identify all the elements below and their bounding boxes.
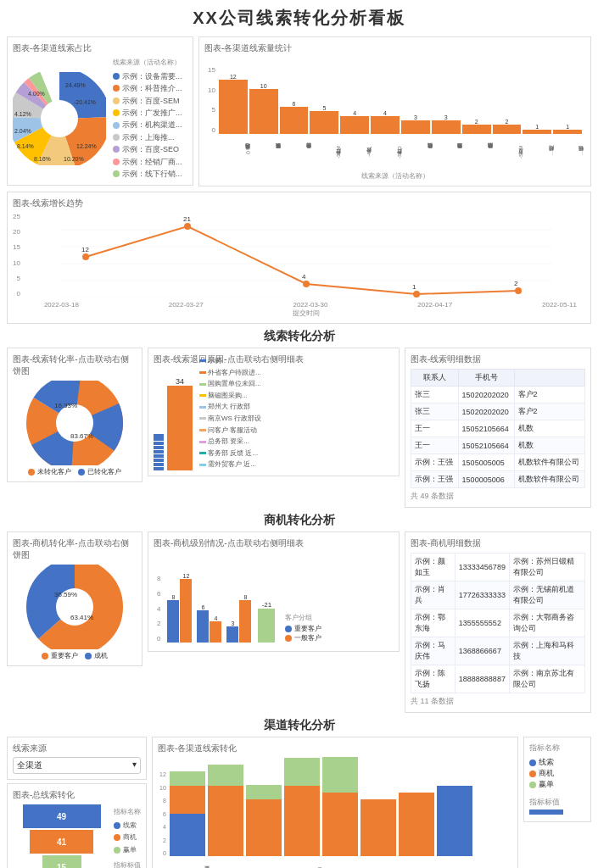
- merchant-pie-panel: 图表-商机转化率-点击联动右侧饼图 36.59% 63.41% 重要客户 成机: [7, 531, 143, 666]
- table-row: 示例：王强 1500005006 机数软件有限公司: [411, 471, 585, 488]
- svg-text:2.04%: 2.04%: [14, 128, 31, 134]
- channel-bar-item: [246, 785, 282, 856]
- reason-legend: 示例： 外省客户待跟进... 国购置单位未回... 脑磁图采购... 郑州大 行…: [199, 355, 261, 470]
- table-row: 示例：肖兵 17726333333 示例：无锡前机道有限公司: [411, 581, 585, 609]
- page-title: XX公司线索转化分析看板: [7, 7, 591, 30]
- svg-text:24.49%: 24.49%: [65, 82, 86, 88]
- table-row: 示例：陈飞扬 18888888887 示例：南京苏北有限公司: [411, 665, 585, 693]
- leads-table-footer: 共 49 条数据: [411, 491, 585, 502]
- pie-title: 图表-各渠道线索占比: [13, 42, 187, 54]
- table-row: 王一 15052105664 机数: [411, 420, 585, 437]
- channel-bar-item: [208, 765, 243, 856]
- table-row: 示例：王强 1505005005 机数软件有限公司: [411, 454, 585, 471]
- channel-bar-item: [170, 771, 205, 856]
- svg-text:12.24%: 12.24%: [76, 143, 97, 149]
- chevron-down-icon: ▾: [132, 760, 137, 771]
- table-row: 示例：颜如玉 13333456789 示例：苏州日锻精有限公司: [411, 554, 585, 581]
- pie-chart: 4.00% 24.49% 4.12% 2.04% 8.14% 8.16% 10.…: [13, 72, 106, 165]
- funnel-title: 图表-总线索转化: [13, 789, 141, 801]
- trend-panel: 图表-线索增长趋势 25 20 15 10 5 0: [7, 192, 591, 324]
- svg-text:12: 12: [81, 246, 89, 253]
- trend-title: 图表-线索增长趋势: [13, 198, 585, 209]
- svg-text:1: 1: [412, 283, 416, 291]
- conversion-section-title: 线索转化分析: [7, 329, 591, 344]
- source-dropdown-label: 全渠道: [17, 760, 42, 771]
- merchant-section-title: 商机转化分析: [7, 513, 591, 528]
- merchant-pie-chart: 36.59% 63.41%: [24, 565, 126, 649]
- svg-text:-20.41%: -20.41%: [74, 99, 96, 105]
- page-container: XX公司线索转化分析看板 图表-各渠道线索占比: [0, 0, 598, 868]
- trend-chart: 12 21 4 1 2: [27, 213, 585, 298]
- merchant-pie-title: 图表-商机转化率-点击联动右侧饼图: [13, 537, 137, 561]
- channel-bar-panel: 图表-各渠道线索转化 12 10 8 6 4 2 0: [152, 737, 518, 868]
- table-row: 示例：鄂东海 1355555552 示例：大鄂商务咨询公司: [411, 609, 585, 637]
- merchant-status-legend: 客户分组 重要客户 一般客户: [285, 613, 321, 643]
- svg-text:63.41%: 63.41%: [70, 614, 93, 621]
- svg-point-25: [82, 253, 89, 260]
- bar-item: 1: [553, 124, 582, 134]
- bar-item: 3: [432, 114, 461, 134]
- bar-item: 12: [219, 74, 248, 134]
- merchant-table-title: 图表-商机明细数据: [411, 537, 585, 549]
- svg-text:8.16%: 8.16%: [34, 156, 51, 162]
- channel-bar-item: [399, 793, 434, 856]
- svg-text:4: 4: [302, 273, 306, 281]
- bar-item: 10: [249, 83, 278, 134]
- channel-bar-item: [284, 758, 320, 856]
- funnel-legend: 指标名称 线索 商机 赢单 指标标值: [114, 806, 141, 868]
- channel-bar-title: 图表-各渠道线索转化: [158, 743, 512, 754]
- svg-text:8.14%: 8.14%: [17, 143, 34, 149]
- svg-text:4.12%: 4.12%: [14, 111, 31, 117]
- table-row: 张三 15020202020 客户2: [411, 387, 585, 403]
- funnel-panel: 图表-总线索转化 49 41 15 指标名称 线索: [7, 783, 147, 868]
- table-row: 张三 15020202020 客户2: [411, 403, 585, 420]
- table-row: 示例：马庆伟 1368866667 示例：上海和马科技: [411, 637, 585, 665]
- svg-text:36.59%: 36.59%: [54, 591, 77, 598]
- bar-item: 2: [462, 119, 491, 134]
- svg-point-27: [303, 281, 310, 287]
- merchant-status-panel: 图表-商机级别情况-点击联动右侧明细表 8 6 4 2 0 8: [148, 531, 400, 652]
- bar-item: 1: [523, 124, 551, 134]
- svg-text:16.33%: 16.33%: [54, 402, 77, 409]
- svg-point-9: [41, 100, 78, 137]
- svg-text:2: 2: [514, 280, 518, 287]
- source-dropdown[interactable]: 全渠道 ▾: [13, 757, 141, 774]
- merchant-status-title: 图表-商机级别情况-点击联动右侧明细表: [154, 537, 394, 549]
- svg-text:21: 21: [183, 215, 191, 223]
- channel-left: 线索来源 全渠道 ▾ 图表-总线索转化 49 41 15: [7, 737, 147, 868]
- bar-item: 5: [310, 105, 338, 134]
- bar-title: 图表-各渠道线索量统计: [204, 42, 585, 54]
- channel-bar-item: [360, 799, 396, 856]
- conversion-reason-title: 图表-线索退回原因-点击联动右侧明细表: [154, 353, 394, 365]
- bar-item: 3: [401, 114, 430, 134]
- conversion-pie-title: 图表-线索转化率-点击联动右侧饼图: [13, 353, 137, 377]
- bar-panel: 图表-各渠道线索量统计 15 10 5 0 12 10: [198, 36, 591, 186]
- bar-item: 4: [371, 110, 400, 134]
- merchant-table-panel: 图表-商机明细数据 示例：颜如玉 13333456789 示例：苏州日锻精有限公…: [405, 531, 591, 713]
- merchant-table: 示例：颜如玉 13333456789 示例：苏州日锻精有限公司 示例：肖兵 17…: [411, 553, 585, 693]
- svg-point-28: [413, 291, 420, 298]
- bar-x-label: 线索来源（活动名称）: [204, 171, 585, 181]
- funnel-chart: 49 41 15: [13, 804, 110, 868]
- channel-bar-item: [437, 786, 472, 856]
- channel-section-title: 渠道转化分析: [7, 718, 591, 733]
- source-filter-panel: 线索来源 全渠道 ▾: [7, 737, 147, 780]
- conversion-pie-panel: 图表-线索转化率-点击联动右侧饼图 16.33% 83.67% 未转化客户 已转…: [7, 348, 143, 482]
- channel-bar-item: [322, 757, 358, 856]
- pie-legend: 线索来源（活动名称） 示例：设备需要... 示例：科普推介... 示例：百度-S…: [113, 58, 182, 180]
- pie-panel: 图表-各渠道线索占比 4.00% 24.49%: [7, 36, 193, 186]
- conversion-pie-chart: 16.33% 83.67%: [24, 381, 126, 465]
- leads-table-panel: 图表-线索明细数据 联系人 手机号 张三 15020202020 客户2: [405, 348, 591, 508]
- leads-table: 联系人 手机号 张三 15020202020 客户2 张三 1502020202…: [411, 369, 585, 488]
- svg-text:83.67%: 83.67%: [70, 432, 93, 440]
- svg-text:4.00%: 4.00%: [28, 91, 45, 97]
- table-row: 王一 15052105664 机数: [411, 437, 585, 454]
- bar-item: 6: [280, 101, 309, 134]
- bar-item: 4: [340, 110, 369, 134]
- merchant-table-footer: 共 11 条数据: [411, 696, 585, 707]
- svg-point-26: [184, 223, 191, 230]
- svg-text:10.20%: 10.20%: [64, 156, 84, 162]
- channel-legend-panel: 指标名称 线索 商机 赢单 指标标值: [523, 737, 591, 822]
- bar-item: 2: [493, 119, 522, 134]
- svg-point-29: [515, 287, 522, 294]
